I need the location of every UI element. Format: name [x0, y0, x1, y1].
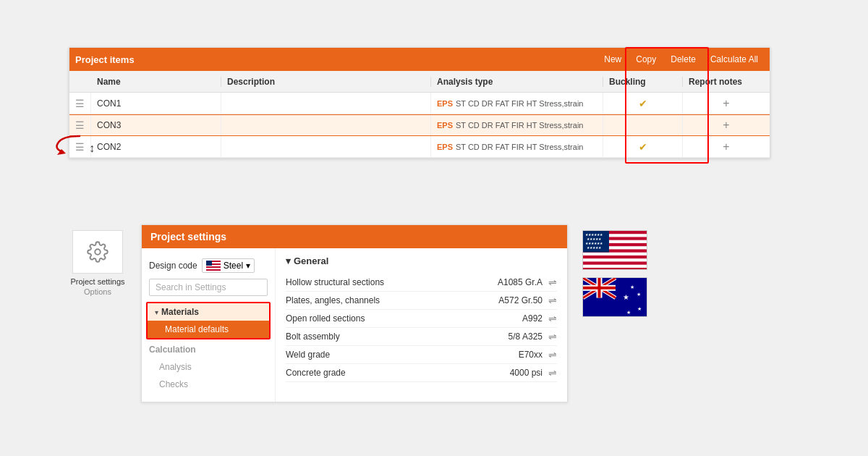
row-value: A1085 Gr.A ⇌: [498, 276, 557, 288]
australia-flag-svg: ★ ★ ★ ★ ★: [583, 278, 647, 317]
svg-text:★: ★: [637, 306, 642, 311]
general-row: Plates, angles, channels A572 Gr.50 ⇌: [286, 292, 557, 310]
calculation-group[interactable]: Calculation: [142, 341, 275, 358]
drag-handle[interactable]: ☰: [69, 136, 91, 157]
add-report-icon[interactable]: +: [723, 119, 729, 132]
row-value: A572 Gr.50 ⇌: [498, 295, 557, 306]
svg-text:★: ★: [637, 292, 641, 297]
row-report[interactable]: +: [683, 136, 770, 157]
settings-main: ▾ General Hollow structural sections A10…: [276, 248, 567, 402]
col-report: Report notes: [683, 77, 770, 87]
transfer-icon[interactable]: ⇌: [548, 331, 557, 342]
project-items-table: Project items New Copy Delete Calculate …: [69, 47, 770, 159]
table-title: Project items: [75, 54, 598, 65]
checkmark-icon: ✔: [639, 141, 647, 153]
add-report-icon[interactable]: +: [723, 97, 729, 110]
copy-button[interactable]: Copy: [630, 53, 662, 66]
drag-handle[interactable]: ☰: [69, 93, 91, 114]
general-row: Hollow structural sections A1085 Gr.A ⇌: [286, 274, 557, 292]
checkmark-icon: ✔: [639, 98, 647, 109]
usa-flag-svg: ★★★★★★ ★★★★★ ★★★★★★ ★★★★★: [583, 231, 647, 270]
design-code-row: Design code Steel ▾: [142, 256, 275, 279]
svg-text:★: ★: [623, 293, 629, 301]
drag-handle[interactable]: ☰: [69, 115, 91, 135]
row-value: 4000 psi ⇌: [510, 367, 557, 379]
col-analysis: Analysis type: [431, 77, 603, 87]
svg-rect-8: [583, 265, 647, 268]
row-report[interactable]: +: [683, 115, 770, 135]
col-name: Name: [91, 77, 221, 87]
svg-text:★: ★: [626, 310, 631, 315]
row-analysis: EPS ST CD DR FAT FIR HT Stress,strain: [431, 93, 603, 114]
table-header: Project items New Copy Delete Calculate …: [69, 48, 770, 71]
usa-flag: ★★★★★★ ★★★★★ ★★★★★★ ★★★★★: [582, 230, 647, 270]
material-defaults-item[interactable]: Material defaults: [148, 321, 269, 338]
svg-text:★: ★: [630, 284, 634, 290]
general-section-title: ▾ General: [286, 256, 557, 266]
settings-panel: Project settings Design code Steel ▾ Sea…: [141, 224, 568, 402]
chevron-down-icon: ▾: [246, 261, 250, 271]
transfer-icon[interactable]: ⇌: [548, 276, 557, 288]
transfer-icon[interactable]: ⇌: [548, 349, 557, 360]
table-row[interactable]: ☰ CON3 EPS ST CD DR FAT FIR HT Stress,st…: [69, 114, 770, 136]
design-code-select[interactable]: Steel ▾: [202, 258, 255, 273]
svg-rect-6: [583, 253, 647, 256]
row-label: Plates, angles, channels: [286, 295, 380, 305]
materials-group[interactable]: ▾ Materials: [148, 303, 269, 321]
row-value: E70xx ⇌: [519, 349, 557, 360]
row-name: CON1: [91, 93, 221, 114]
search-settings-input[interactable]: Search in Settings: [149, 279, 268, 296]
row-name: CON3: [91, 115, 221, 135]
row-value: 5/8 A325 ⇌: [509, 331, 557, 342]
chevron-icon: ▾: [155, 308, 158, 316]
row-description: [221, 93, 431, 114]
svg-rect-7: [583, 258, 647, 261]
australia-flag: ★ ★ ★ ★ ★: [582, 277, 647, 317]
project-items-section: Project items New Copy Delete Calculate …: [69, 47, 770, 159]
svg-point-1: [95, 249, 101, 255]
transfer-icon[interactable]: ⇌: [548, 313, 557, 324]
calculate-all-button[interactable]: Calculate All: [705, 53, 764, 66]
general-row: Concrete grade 4000 psi ⇌: [286, 364, 557, 382]
row-report[interactable]: +: [683, 93, 770, 114]
general-row: Bolt assembly 5/8 A325 ⇌: [286, 328, 557, 346]
row-buckling: ✔: [603, 136, 683, 157]
general-row: Weld grade E70xx ⇌: [286, 346, 557, 364]
row-description: [221, 115, 431, 135]
add-report-icon[interactable]: +: [723, 140, 729, 153]
row-label: Weld grade: [286, 350, 330, 360]
new-button[interactable]: New: [598, 53, 627, 66]
row-description: [221, 136, 431, 157]
svg-marker-0: [57, 149, 66, 155]
transfer-icon[interactable]: ⇌: [548, 367, 557, 379]
bottom-section: Project settings Options Project setting…: [69, 224, 770, 402]
gear-icon: [87, 241, 109, 263]
flags-section: ★★★★★★ ★★★★★ ★★★★★★ ★★★★★: [582, 230, 647, 317]
col-description: Description: [221, 77, 431, 87]
chevron-icon: ▾: [286, 256, 291, 266]
table-row[interactable]: ☰ CON1 EPS ST CD DR FAT FIR HT Stress,st…: [69, 93, 770, 114]
design-code-label: Design code: [149, 261, 197, 271]
row-analysis: EPS ST CD DR FAT FIR HT Stress,strain: [431, 136, 603, 157]
settings-icon-container: [72, 230, 123, 274]
calculation-section: Calculation Analysis Checks: [142, 339, 275, 394]
table-row[interactable]: ☰ CON2 EPS ST CD DR FAT FIR HT Stress,st…: [69, 136, 770, 158]
row-label: Concrete grade: [286, 368, 346, 378]
row-label: Bolt assembly: [286, 332, 340, 342]
checks-item[interactable]: Checks: [142, 376, 275, 393]
project-settings-icon-box[interactable]: Project settings Options: [69, 230, 127, 297]
row-name: CON2: [91, 136, 221, 157]
transfer-icon[interactable]: ⇌: [548, 295, 557, 306]
delete-button[interactable]: Delete: [665, 53, 702, 66]
flag-us-icon: [206, 261, 221, 271]
icon-label: Project settings Options: [69, 276, 127, 297]
svg-text:★★★★★: ★★★★★: [587, 245, 602, 250]
row-buckling: ✔: [603, 93, 683, 114]
analysis-item[interactable]: Analysis: [142, 358, 275, 376]
settings-panel-title: Project settings: [142, 225, 567, 248]
settings-content: Design code Steel ▾ Search in Settings ▾…: [142, 248, 567, 402]
row-label: Hollow structural sections: [286, 277, 384, 287]
materials-red-box: ▾ Materials Material defaults: [146, 302, 271, 339]
calculation-label: Calculation: [149, 345, 196, 355]
settings-sidebar: Design code Steel ▾ Search in Settings ▾…: [142, 248, 276, 402]
